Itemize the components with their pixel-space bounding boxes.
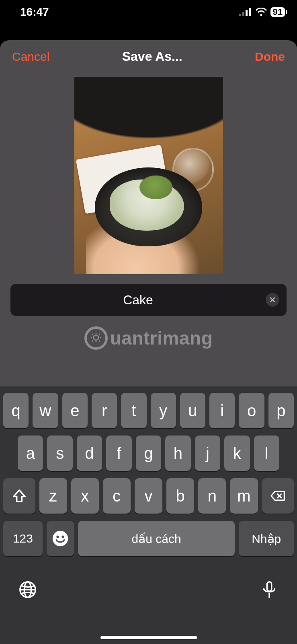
sheet-title: Save As... — [122, 49, 182, 64]
key-shift[interactable] — [3, 478, 35, 514]
status-bar: 16:47 91 — [0, 0, 297, 24]
emoji-icon — [52, 530, 69, 547]
key-c[interactable]: c — [103, 478, 131, 514]
key-e[interactable]: e — [62, 393, 88, 428]
svg-point-4 — [260, 14, 262, 16]
key-y[interactable]: y — [151, 393, 176, 428]
preview-wrap — [0, 73, 297, 278]
key-p[interactable]: p — [268, 393, 294, 428]
status-right: 91 — [239, 7, 285, 17]
key-enter[interactable]: Nhập — [239, 521, 294, 556]
svg-point-7 — [94, 335, 99, 341]
svg-line-14 — [92, 341, 93, 341]
key-x[interactable]: x — [71, 478, 99, 514]
key-g[interactable]: g — [136, 436, 161, 471]
key-h[interactable]: h — [165, 436, 190, 471]
mic-icon[interactable] — [260, 580, 279, 601]
key-i[interactable]: i — [209, 393, 235, 428]
key-w[interactable]: w — [33, 393, 58, 428]
keyboard: q w e r t y u i o p a s d f g h j k l z — [0, 386, 297, 644]
svg-rect-0 — [239, 14, 241, 16]
key-m[interactable]: m — [230, 478, 258, 514]
svg-rect-1 — [242, 12, 244, 16]
backspace-icon — [270, 488, 285, 504]
key-l[interactable]: l — [254, 436, 279, 471]
watermark-text: uantrimang — [110, 327, 213, 349]
key-o[interactable]: o — [239, 393, 264, 428]
sheet-header: Cancel Save As... Done — [0, 40, 297, 73]
status-time: 16:47 — [20, 6, 49, 19]
shift-icon — [12, 488, 27, 504]
key-f[interactable]: f — [106, 436, 131, 471]
keyboard-bottom-bar — [3, 564, 294, 612]
svg-point-19 — [56, 535, 59, 538]
svg-line-12 — [92, 334, 93, 334]
keyboard-row-4: 123 dấu cách Nhập — [3, 521, 294, 556]
keyboard-row-1: q w e r t y u i o p — [3, 393, 294, 428]
key-u[interactable]: u — [180, 393, 205, 428]
battery-indicator: 91 — [270, 7, 285, 17]
filename-field[interactable] — [10, 284, 287, 316]
filename-input[interactable] — [10, 293, 266, 308]
key-a[interactable]: a — [18, 436, 43, 471]
svg-rect-3 — [249, 8, 251, 16]
keyboard-row-2: a s d f g h j k l — [3, 436, 294, 471]
key-z[interactable]: z — [39, 478, 67, 514]
svg-line-15 — [99, 341, 100, 341]
key-backspace[interactable] — [262, 478, 294, 514]
home-indicator[interactable] — [100, 636, 197, 639]
preview-image — [74, 77, 223, 274]
save-as-sheet: Cancel Save As... Done uantrimang q — [0, 40, 297, 644]
clear-icon[interactable] — [266, 293, 279, 307]
key-mode-123[interactable]: 123 — [3, 521, 43, 556]
key-space[interactable]: dấu cách — [78, 521, 235, 556]
key-v[interactable]: v — [135, 478, 162, 514]
done-button[interactable]: Done — [255, 50, 285, 64]
keyboard-row-3: z x c v b n m — [3, 478, 294, 514]
globe-icon[interactable] — [18, 580, 37, 601]
key-q[interactable]: q — [3, 393, 29, 428]
watermark: uantrimang — [0, 326, 297, 350]
svg-rect-24 — [267, 582, 272, 591]
key-n[interactable]: n — [198, 478, 226, 514]
wifi-icon — [255, 8, 267, 17]
key-emoji[interactable] — [47, 521, 74, 556]
key-k[interactable]: k — [224, 436, 250, 471]
svg-line-13 — [99, 334, 100, 334]
key-b[interactable]: b — [166, 478, 194, 514]
key-t[interactable]: t — [121, 393, 146, 428]
svg-point-20 — [61, 535, 64, 538]
svg-rect-2 — [246, 10, 248, 16]
bulb-icon — [84, 326, 108, 350]
cellular-icon — [239, 8, 252, 16]
cancel-button[interactable]: Cancel — [12, 50, 49, 64]
key-r[interactable]: r — [92, 393, 117, 428]
key-j[interactable]: j — [195, 436, 220, 471]
key-s[interactable]: s — [47, 436, 72, 471]
key-d[interactable]: d — [77, 436, 102, 471]
svg-point-18 — [53, 531, 68, 547]
